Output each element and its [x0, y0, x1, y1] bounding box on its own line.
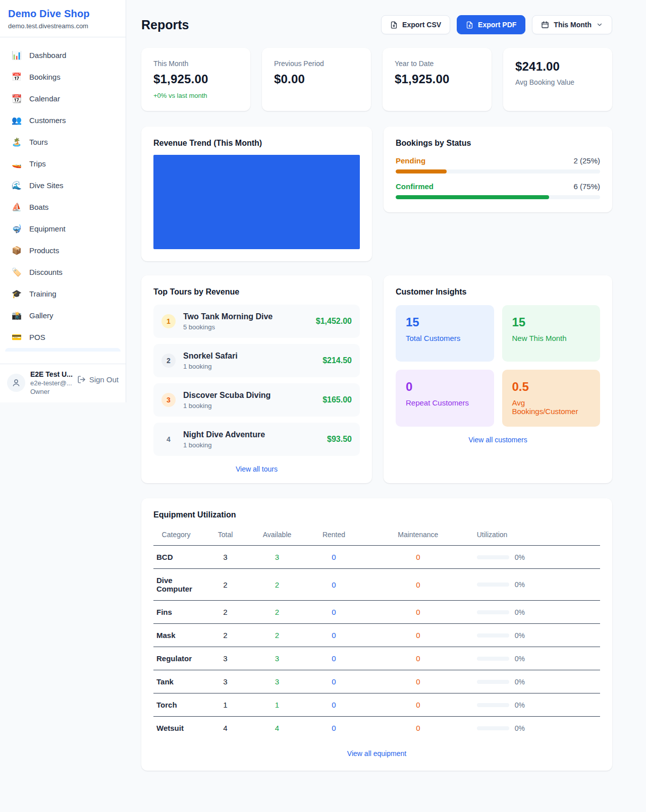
nav-item-label: POS — [29, 333, 45, 341]
equipment-row: Dive Computer 2 2 0 0 0% — [153, 569, 600, 601]
period-dropdown[interactable]: This Month — [532, 15, 612, 34]
sidebar-nav-item[interactable]: 📆 Calendar — [6, 88, 120, 109]
equipment-row: Wetsuit 4 4 0 0 0% — [153, 717, 600, 740]
cell-category: Fins — [153, 601, 199, 624]
tour-bookings: 5 bookings — [183, 323, 308, 331]
cell-total: 2 — [199, 624, 252, 647]
status-bar-fill — [396, 195, 549, 199]
sidebar-nav-item[interactable]: 💳 POS — [6, 326, 120, 348]
equipment-table-body: BCD 3 3 0 0 0% — [153, 546, 600, 740]
nav-item-icon: 🏝️ — [11, 137, 22, 147]
utilization-percent: 0% — [515, 678, 525, 686]
utilization-bar-track — [477, 555, 509, 559]
nav-item-label: Dive Sites — [29, 181, 64, 190]
column-header: Maintenance — [365, 526, 471, 546]
cell-maintenance: 0 — [365, 624, 471, 647]
sidebar-nav-item[interactable]: 🤿 Equipment — [6, 218, 120, 240]
rank-badge: 2 — [162, 354, 176, 368]
column-header: Available — [252, 526, 302, 546]
cell-rented: 0 — [302, 717, 365, 740]
sidebar-nav-item[interactable]: 📅 Bookings — [6, 66, 120, 88]
nav-item-label: Dashboard — [29, 51, 66, 60]
bookings-by-status-title: Bookings by Status — [396, 139, 600, 148]
nav-item-icon: 📦 — [11, 246, 22, 255]
insight-value: 0.5 — [512, 380, 590, 394]
shop-name: Demo Dive Shop — [8, 8, 118, 20]
user-role: Owner — [30, 388, 72, 395]
sidebar-nav-item[interactable]: 📊 Dashboard — [6, 44, 120, 66]
person-icon — [12, 378, 21, 387]
rank-badge: 1 — [162, 314, 176, 328]
cell-available: 2 — [252, 624, 302, 647]
insight-tile: 0.5 Avg Bookings/Customer — [502, 370, 601, 427]
stat-stack: This Month$1,925.00+0% vs last month — [153, 60, 238, 99]
cell-utilization: 0% — [471, 717, 600, 740]
cell-total: 1 — [199, 693, 252, 717]
top-tours-card: Top Tours by Revenue 1 Two Tank Morning … — [141, 275, 372, 483]
bookings-by-status-card: Bookings by Status Pending 2 (25%) — [384, 127, 612, 212]
status-count: 6 (75%) — [573, 182, 600, 191]
equipment-row: Regulator 3 3 0 0 0% — [153, 647, 600, 670]
insight-label: Avg Bookings/Customer — [512, 398, 590, 416]
sidebar-nav-item[interactable]: 🎓 Training — [6, 283, 120, 305]
insight-value: 15 — [512, 315, 590, 329]
tour-name: Two Tank Morning Dive — [183, 312, 308, 321]
cell-utilization: 0% — [471, 601, 600, 624]
cell-total: 4 — [199, 717, 252, 740]
customer-insights-title: Customer Insights — [396, 287, 600, 297]
sidebar-nav-item[interactable]: 🏷️ Discounts — [6, 261, 120, 283]
stat-label: Avg Booking Value — [515, 78, 600, 86]
sidebar-nav-item[interactable]: 📸 Gallery — [6, 305, 120, 326]
brand-block: Demo Dive Shop demo.test.divestreams.com — [0, 0, 126, 37]
top-tours-title: Top Tours by Revenue — [153, 287, 360, 297]
export-csv-button[interactable]: Export CSV — [381, 15, 450, 34]
stats-row: This Month$1,925.00+0% vs last month Pre… — [141, 48, 612, 111]
cell-category: Tank — [153, 670, 199, 693]
cell-category: BCD — [153, 546, 199, 569]
status-bar-track — [396, 169, 600, 173]
utilization-percent: 0% — [515, 631, 525, 640]
cell-maintenance: 0 — [365, 717, 471, 740]
sidebar-nav-item[interactable]: 📦 Products — [6, 240, 120, 261]
cell-total: 3 — [199, 546, 252, 569]
view-all-equipment-link[interactable]: View all equipment — [153, 749, 600, 758]
insight-tile: 0 Repeat Customers — [396, 370, 494, 427]
nav-item-label: Equipment — [29, 224, 66, 233]
cell-maintenance: 0 — [365, 569, 471, 601]
status-row: Confirmed 6 (75%) — [396, 182, 600, 199]
page-background: Demo Dive Shop demo.test.divestreams.com… — [0, 0, 646, 812]
cell-utilization: 0% — [471, 569, 600, 601]
tour-name: Night Dive Adventure — [183, 430, 319, 439]
view-all-customers-link[interactable]: View all customers — [396, 436, 600, 444]
sidebar-item-reports-active-clipped[interactable] — [5, 348, 121, 352]
file-download-icon — [466, 21, 473, 29]
cell-total: 2 — [199, 601, 252, 624]
utilization-bar-track — [477, 610, 509, 614]
utilization-percent: 0% — [515, 581, 525, 589]
revenue-trend-title: Revenue Trend (This Month) — [153, 139, 360, 148]
user-meta: E2E Test U... e2e-tester@... Owner — [30, 370, 72, 395]
period-label: This Month — [554, 21, 591, 29]
nav-item-icon: 📊 — [11, 50, 22, 60]
tour-row: 2 Snorkel Safari 1 booking $214.50 — [153, 344, 360, 377]
user-name: E2E Test U... — [30, 370, 72, 378]
sign-out-icon — [77, 375, 86, 384]
sidebar-nav-item[interactable]: 🏝️ Tours — [6, 131, 120, 153]
stat-delta: +0% vs last month — [153, 92, 238, 99]
rank-badge: 3 — [162, 393, 176, 407]
utilization-percent: 0% — [515, 655, 525, 663]
export-pdf-button[interactable]: Export PDF — [457, 15, 525, 34]
view-all-tours-link[interactable]: View all tours — [153, 465, 360, 473]
cell-available: 2 — [252, 569, 302, 601]
sidebar-nav-item[interactable]: 🌊 Dive Sites — [6, 175, 120, 196]
cell-total: 2 — [199, 569, 252, 601]
customer-insights-card: Customer Insights 15 Total Customers 15 … — [384, 275, 612, 483]
sidebar-nav-item[interactable]: ⛵ Boats — [6, 196, 120, 218]
cell-rented: 0 — [302, 647, 365, 670]
cell-total: 3 — [199, 647, 252, 670]
stat-stack: $241.00Avg Booking Value — [515, 60, 600, 86]
sidebar-nav-item[interactable]: 👥 Customers — [6, 109, 120, 131]
sidebar-nav-item[interactable]: 🚤 Trips — [6, 153, 120, 175]
stat-value: $0.00 — [274, 72, 359, 86]
sign-out-button[interactable]: Sign Out — [77, 375, 119, 391]
